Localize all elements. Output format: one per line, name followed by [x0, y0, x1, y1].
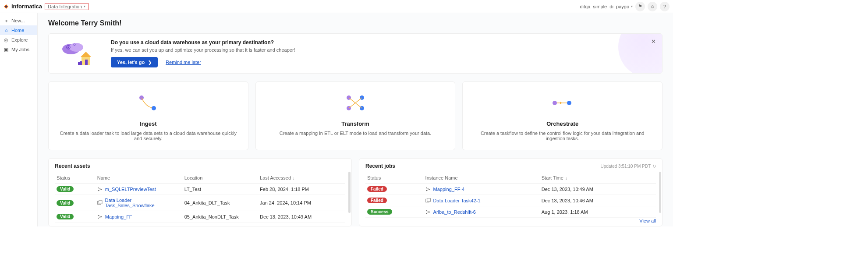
col-name[interactable]: Name — [96, 173, 183, 184]
card-transform[interactable]: Transform Create a mapping in ETL or ELT… — [255, 81, 456, 150]
card-ingest[interactable]: Ingest Create a data loader task to load… — [48, 81, 248, 150]
col-last-accessed[interactable]: Last Accessed↓ — [258, 173, 345, 184]
promo-subtitle: If yes, we can set you up and optimize y… — [111, 47, 295, 53]
asset-link[interactable]: Mapping_FF — [105, 214, 132, 219]
brand-text: Informatica — [11, 3, 42, 10]
svg-point-16 — [553, 101, 557, 105]
recent-jobs-table: Status Instance Name Start Time↓ FailedM… — [365, 173, 656, 218]
table-row: FailedData Loader Task42-1Dec 13, 2023, … — [365, 195, 656, 206]
table-row: ValidData Loader Task_Sales_Snowflake04_… — [55, 195, 345, 211]
brand-logo: Informatica — [4, 3, 42, 10]
notifications-icon[interactable]: ⚑ — [635, 2, 645, 11]
recent-assets-panel: Recent assets Status Name Location Last … — [48, 158, 352, 226]
asset-location: 05_Ankita_NonDLT_Task — [183, 211, 258, 223]
scrollbar[interactable] — [348, 172, 351, 213]
card-desc: Create a data loader task to load large … — [59, 131, 237, 141]
svg-rect-9 — [80, 61, 82, 65]
promo-cta-label: Yes, let's go — [117, 60, 145, 65]
sidebar-item-label: My Jobs — [11, 47, 29, 52]
recent-assets-title: Recent assets — [55, 163, 345, 169]
card-desc: Create a mapping in ETL or ELT mode to l… — [266, 131, 445, 136]
updated-timestamp: Updated 3:51:10 PM PDT ↻ — [600, 164, 656, 169]
sidebar-item-explore[interactable]: ◎ Explore — [0, 35, 37, 45]
topbar-right: ditqa_simple_di_paygo ▾ ⚑ ☺ ? — [580, 2, 670, 11]
svg-marker-17 — [560, 102, 562, 104]
card-title: Ingest — [59, 120, 237, 127]
asset-location: 04_Ankita_DLT_Task — [183, 195, 258, 211]
chevron-down-icon: ▾ — [631, 4, 633, 8]
clipboard-icon: ▣ — [4, 47, 9, 52]
quickstart-cards: Ingest Create a data loader task to load… — [48, 81, 663, 150]
asset-link[interactable]: Data Loader Task_Sales_Snowflake — [105, 198, 181, 208]
home-icon: ⌂ — [4, 28, 9, 33]
sidebar: ＋ New... ⌂ Home ◎ Explore ▣ My Jobs — [0, 13, 38, 226]
card-title: Orchestrate — [473, 120, 652, 127]
col-instance[interactable]: Instance Name — [424, 173, 540, 184]
asset-link[interactable]: m_SQLELTPreviewTest — [105, 187, 156, 192]
promo-cta-button[interactable]: Yes, let's go ❯ — [111, 57, 158, 67]
sidebar-item-myjobs[interactable]: ▣ My Jobs — [0, 45, 37, 54]
asset-location: LT_Test — [183, 184, 258, 195]
table-row: SuccessAriba_to_Redshift-6Aug 1, 2023, 1… — [365, 206, 656, 218]
transform-illustration — [266, 91, 445, 115]
job-start: Dec 13, 2023, 10:46 AM — [540, 195, 656, 206]
svg-rect-23 — [99, 201, 102, 204]
status-badge: Success — [367, 209, 392, 215]
status-badge: Valid — [57, 186, 74, 192]
promo-illustration — [57, 38, 100, 69]
svg-marker-5 — [81, 52, 91, 57]
welcome-heading: Welcome Terry Smith! — [48, 19, 663, 27]
col-status[interactable]: Status — [365, 173, 424, 184]
job-start: Dec 13, 2023, 10:49 AM — [540, 184, 656, 195]
job-link[interactable]: Ariba_to_Redshift-6 — [433, 209, 476, 215]
col-status[interactable]: Status — [55, 173, 96, 184]
recent-jobs-panel: Recent jobs Updated 3:51:10 PM PDT ↻ Sta… — [359, 158, 663, 226]
panels-row: Recent assets Status Name Location Last … — [48, 158, 663, 226]
status-badge: Failed — [367, 198, 387, 203]
user-icon[interactable]: ☺ — [648, 2, 657, 11]
product-label: Data Integration — [48, 4, 82, 9]
sidebar-new-label: New... — [11, 18, 25, 23]
card-orchestrate[interactable]: Orchestrate Create a taskflow to define … — [462, 81, 663, 150]
asset-last: Feb 28, 2024, 1:18 PM — [258, 184, 345, 195]
product-switcher[interactable]: Data Integration ▾ — [45, 3, 89, 10]
topbar: Informatica Data Integration ▾ ditqa_sim… — [0, 0, 673, 13]
ingest-illustration — [59, 91, 237, 115]
informatica-logo-icon — [4, 4, 9, 9]
view-all-link[interactable]: View all — [639, 218, 656, 223]
job-link[interactable]: Data Loader Task42-1 — [433, 198, 481, 203]
compass-icon: ◎ — [4, 37, 9, 42]
sidebar-new[interactable]: ＋ New... — [0, 16, 37, 25]
col-location[interactable]: Location — [183, 173, 258, 184]
svg-point-3 — [68, 47, 69, 48]
help-icon[interactable]: ? — [660, 2, 670, 11]
promo-banner: Do you use a cloud data warehouse as you… — [48, 33, 663, 74]
promo-remind-link[interactable]: Remind me later — [166, 60, 201, 65]
sidebar-item-home[interactable]: ⌂ Home — [0, 25, 37, 35]
orchestrate-illustration — [473, 91, 652, 115]
refresh-icon[interactable]: ↻ — [652, 164, 656, 169]
org-switcher[interactable]: ditqa_simple_di_paygo ▾ — [580, 4, 633, 9]
org-label: ditqa_simple_di_paygo — [580, 4, 629, 9]
status-badge: Failed — [367, 186, 387, 192]
sort-down-icon: ↓ — [565, 176, 567, 180]
main-content: Welcome Terry Smith! Do you us — [38, 13, 673, 226]
sidebar-item-label: Home — [11, 28, 24, 33]
svg-point-1 — [69, 43, 83, 52]
status-badge: Valid — [57, 200, 74, 206]
svg-point-11 — [152, 106, 156, 110]
col-start[interactable]: Start Time↓ — [540, 173, 656, 184]
sort-down-icon: ↓ — [293, 176, 295, 180]
close-icon[interactable]: ✕ — [651, 38, 656, 45]
asset-last: Jan 24, 2024, 10:14 PM — [258, 195, 345, 211]
sidebar-item-label: Explore — [11, 37, 28, 42]
chevron-down-icon: ▾ — [84, 4, 85, 8]
card-desc: Create a taskflow to define the control … — [473, 131, 652, 141]
table-row: Validm_SQLELTPreviewTestLT_TestFeb 28, 2… — [55, 184, 345, 195]
plus-icon: ＋ — [4, 18, 9, 23]
job-link[interactable]: Mapping_FF-4 — [433, 187, 465, 192]
svg-rect-31 — [427, 198, 430, 201]
asset-last: Dec 13, 2023, 10:49 AM — [258, 211, 345, 223]
job-start: Aug 1, 2023, 1:18 AM — [540, 206, 656, 218]
scrollbar[interactable] — [659, 172, 661, 213]
